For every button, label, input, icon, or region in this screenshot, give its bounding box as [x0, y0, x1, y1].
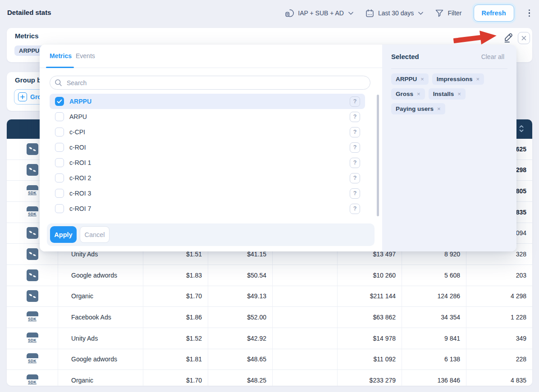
table-row[interactable]: Organic$1.70$49.13$211 144124 2864 298: [7, 286, 532, 307]
metric-option-label: c-ROI 3: [69, 190, 91, 197]
sdk-source-icon: SDK: [27, 311, 38, 323]
help-icon[interactable]: ?: [350, 142, 360, 153]
page-title: Detailed stats: [7, 9, 51, 16]
sort-arrows-icon[interactable]: [519, 124, 524, 135]
revenue-type-dropdown[interactable]: IAP + SUB + AD: [284, 8, 353, 18]
metric-option-label: ARPU: [69, 113, 87, 120]
chip-remove-icon[interactable]: ×: [457, 91, 461, 97]
help-icon[interactable]: ?: [350, 96, 360, 107]
sdk-source-icon: SDK: [27, 206, 38, 218]
checkbox-icon[interactable]: [55, 143, 64, 152]
value-cell: $233 279: [337, 370, 402, 386]
table-row[interactable]: Google adwords$1.83$50.54$10 2605 608203: [7, 265, 532, 286]
search-field[interactable]: [50, 76, 370, 90]
coins-icon: [284, 8, 294, 18]
checkbox-icon[interactable]: [55, 173, 64, 182]
filter-label: Filter: [448, 9, 461, 17]
help-icon[interactable]: ?: [350, 204, 360, 214]
popover-footer: Apply Cancel: [47, 223, 375, 246]
value-cell: 124 286: [402, 286, 466, 307]
value-cell: $211 144: [337, 286, 402, 307]
metric-option-c-roi-1[interactable]: c-ROI 1?: [50, 155, 365, 170]
selected-chip-paying-users[interactable]: Paying users×: [391, 103, 445, 114]
tab-events[interactable]: Events: [76, 52, 95, 59]
value-cell: $1.83: [143, 265, 208, 286]
apply-button[interactable]: Apply: [50, 226, 77, 243]
value-cell: $49.13: [208, 286, 272, 307]
checkbox-icon[interactable]: [55, 204, 64, 213]
chip-remove-icon[interactable]: ×: [437, 106, 441, 112]
table-row[interactable]: SDKGoogle adwords$1.81$48.65$11 0926 138…: [7, 349, 532, 370]
table-row[interactable]: SDKOrganic$1.70$48.25$233 279136 8464 83…: [7, 370, 532, 386]
value-cell: $63 862: [337, 307, 402, 328]
app-root: Detailed stats IAP + SUB + AD: [0, 0, 539, 392]
checkbox-icon[interactable]: [55, 112, 64, 121]
active-tab-indicator: [46, 67, 74, 68]
metric-option-c-roi[interactable]: c-ROI?: [50, 140, 365, 155]
chip-remove-icon[interactable]: ×: [476, 76, 480, 82]
selected-chip-installs[interactable]: Installs×: [429, 88, 466, 100]
metric-option-c-roi-3[interactable]: c-ROI 3?: [50, 186, 365, 201]
table-row[interactable]: SDKFacebook Ads$1.86$52.00$63 86234 3541…: [7, 307, 532, 328]
attribution-butterfly-icon: [27, 290, 38, 302]
source-name-cell: Organic: [58, 370, 143, 386]
source-type-cell: SDK: [7, 328, 58, 349]
metric-option-arpu[interactable]: ARPU?: [50, 109, 365, 124]
attribution-butterfly-icon: [27, 227, 38, 239]
value-cell: $50.54: [208, 265, 272, 286]
checkbox-icon[interactable]: [55, 158, 64, 167]
metric-picker-popover: Metrics Events ARPPU?ARPU?c-CPI?c-ROI?c-…: [40, 45, 516, 251]
sdk-source-icon: SDK: [27, 374, 38, 386]
value-cell: $1.70: [143, 286, 208, 307]
selected-chip-gross[interactable]: Gross×: [391, 88, 425, 100]
refresh-button[interactable]: Refresh: [474, 5, 514, 22]
help-icon[interactable]: ?: [350, 112, 360, 122]
value-cell: [272, 307, 337, 328]
metric-option-c-roi-7[interactable]: c-ROI 7?: [50, 201, 365, 216]
cancel-button[interactable]: Cancel: [80, 226, 110, 243]
sdk-source-icon: SDK: [27, 333, 38, 344]
value-cell: 34 354: [402, 307, 466, 328]
kebab-menu-icon[interactable]: [526, 8, 533, 19]
help-icon[interactable]: ?: [350, 173, 360, 183]
help-icon[interactable]: ?: [350, 188, 360, 199]
checkbox-icon[interactable]: [55, 189, 64, 198]
chip-remove-icon[interactable]: ×: [420, 76, 424, 82]
circle-x-icon[interactable]: [518, 32, 530, 44]
list-scrollbar[interactable]: [377, 95, 379, 216]
chip-remove-icon[interactable]: ×: [417, 91, 420, 97]
value-cell: 136 846: [402, 370, 466, 386]
search-input[interactable]: [66, 79, 370, 87]
value-cell: $48.65: [208, 349, 272, 370]
attribution-butterfly-icon: [27, 248, 38, 260]
revenue-type-label: IAP + SUB + AD: [298, 9, 344, 17]
checkbox-checked-icon[interactable]: [55, 97, 64, 106]
metric-option-c-roi-2[interactable]: c-ROI 2?: [50, 170, 365, 186]
metric-option-c-cpi[interactable]: c-CPI?: [50, 124, 365, 140]
filter-button[interactable]: Filter: [435, 9, 461, 18]
help-icon[interactable]: ?: [350, 127, 360, 137]
clear-all-link[interactable]: Clear all: [481, 53, 504, 60]
source-name-cell: Google adwords: [58, 349, 143, 370]
metric-option-arppu[interactable]: ARPPU?: [50, 94, 365, 109]
value-cell: [272, 328, 337, 349]
chip-label: Installs: [433, 91, 454, 97]
pencil-icon[interactable]: [502, 31, 515, 44]
selected-chip-impressions[interactable]: Impressions×: [432, 73, 484, 85]
metric-option-label: c-ROI 7: [69, 205, 91, 212]
value-cell: [272, 265, 337, 286]
source-name-cell: Organic: [58, 286, 143, 307]
source-type-cell: SDK: [7, 307, 58, 328]
metric-option-label: ARPPU: [69, 98, 91, 105]
date-range-dropdown[interactable]: Last 30 days: [365, 9, 423, 18]
source-type-cell: [7, 265, 58, 286]
checkbox-icon[interactable]: [55, 128, 64, 137]
table-row[interactable]: SDKUnity Ads$1.52$42.92$14 9789 841349: [7, 328, 532, 349]
funnel-icon: [435, 9, 444, 18]
value-cell: $1.70: [143, 370, 208, 386]
selected-chip-arppu[interactable]: ARPPU×: [391, 73, 429, 85]
value-cell: $1.52: [143, 328, 208, 349]
tab-metrics[interactable]: Metrics: [50, 52, 72, 59]
help-icon[interactable]: ?: [350, 158, 360, 168]
value-cell: $14 978: [337, 328, 402, 349]
